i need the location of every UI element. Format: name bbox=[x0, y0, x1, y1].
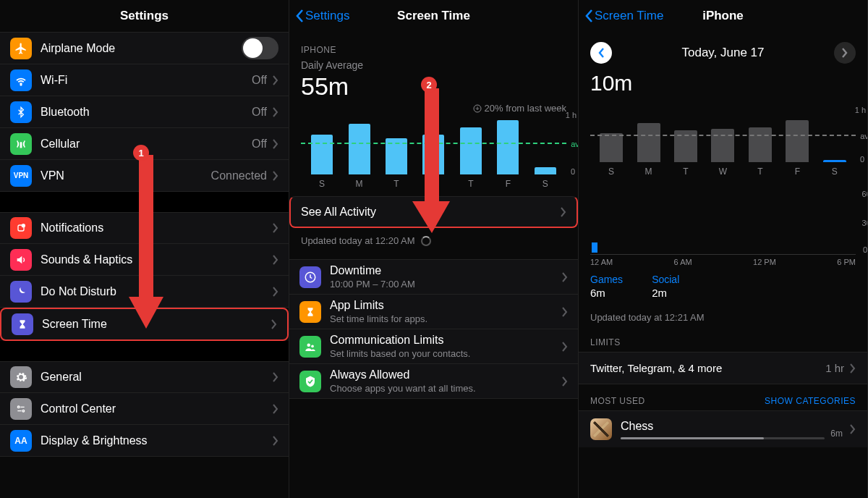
day-label: S bbox=[608, 166, 614, 177]
bluetooth-icon bbox=[10, 101, 32, 123]
avg-line bbox=[590, 135, 856, 136]
row-label: General bbox=[41, 371, 82, 384]
chevron-right-icon bbox=[273, 75, 278, 85]
gear-icon bbox=[10, 366, 32, 388]
back-button[interactable]: Settings bbox=[295, 9, 349, 23]
svg-point-5 bbox=[22, 410, 25, 412]
row-control-center[interactable]: Control Center bbox=[0, 393, 289, 425]
chevron-right-icon bbox=[273, 404, 278, 414]
back-button[interactable]: Screen Time bbox=[584, 9, 663, 23]
row-screen-time[interactable]: Screen Time bbox=[0, 308, 289, 341]
row-label: VPN bbox=[41, 169, 64, 182]
day-label: S bbox=[542, 179, 548, 189]
day-label: F bbox=[795, 166, 800, 177]
axis-0: 0 bbox=[863, 245, 867, 254]
time-label: 6 PM bbox=[837, 258, 856, 266]
header-title: Settings bbox=[120, 9, 169, 23]
limit-label: Twitter, Telegram, & 4 more bbox=[590, 362, 722, 374]
chevron-right-icon bbox=[273, 223, 278, 233]
bar bbox=[823, 160, 846, 162]
chevron-right-icon bbox=[273, 107, 278, 117]
app-name: Chess bbox=[621, 420, 825, 433]
show-categories-link[interactable]: SHOW CATEGORIES bbox=[765, 396, 856, 406]
app-time: 6m bbox=[830, 429, 843, 439]
row-see-all-activity[interactable]: See All Activity bbox=[289, 196, 578, 228]
vpn-icon: VPN bbox=[10, 165, 32, 187]
row-app-chess[interactable]: Chess 6m bbox=[579, 410, 867, 447]
row-label: Screen Time bbox=[42, 318, 107, 331]
avg-label-marker: avg bbox=[860, 132, 868, 140]
bar bbox=[711, 129, 734, 162]
bar-column: F bbox=[779, 120, 815, 177]
time-label: 12 AM bbox=[590, 258, 613, 266]
section-iphone: IPHONE bbox=[289, 32, 578, 59]
row-label: Bluetooth bbox=[41, 106, 90, 119]
row-downtime[interactable]: Downtime 10:00 PM – 7:00 AM bbox=[289, 259, 578, 295]
bar bbox=[786, 120, 809, 162]
airplane-toggle[interactable] bbox=[242, 37, 278, 59]
row-airplane-mode[interactable]: Airplane Mode bbox=[0, 32, 289, 64]
category-social[interactable]: Social 2m bbox=[652, 274, 679, 299]
downtime-icon bbox=[299, 266, 321, 288]
row-label: Wi-Fi bbox=[41, 74, 67, 87]
chevron-right-icon bbox=[273, 255, 278, 265]
row-notifications[interactable]: Notifications bbox=[0, 212, 289, 244]
day-label: S bbox=[319, 179, 325, 189]
category-games[interactable]: Games 6m bbox=[590, 274, 623, 299]
date-label: Today, June 17 bbox=[681, 46, 764, 60]
axis-label: 1 h bbox=[855, 106, 866, 114]
row-dnd[interactable]: Do Not Disturb bbox=[0, 276, 289, 308]
category-name: Social bbox=[652, 274, 679, 285]
axis-60m: 60m bbox=[862, 190, 868, 198]
cellular-icon bbox=[10, 133, 32, 155]
prev-day-button[interactable] bbox=[590, 42, 612, 64]
sounds-icon bbox=[10, 249, 32, 271]
bar-column: M bbox=[630, 123, 666, 177]
row-vpn[interactable]: VPN VPN Connected bbox=[0, 160, 289, 192]
bar bbox=[600, 133, 623, 162]
bar-column: T bbox=[453, 127, 489, 189]
date-nav: Today, June 17 bbox=[579, 32, 867, 69]
row-sublabel: Choose apps you want at all times. bbox=[330, 383, 562, 394]
day-label: S bbox=[832, 166, 838, 177]
header: Screen Time iPhone bbox=[579, 0, 867, 32]
row-wifi[interactable]: Wi-Fi Off bbox=[0, 64, 289, 96]
axis-30m: 30m bbox=[862, 219, 868, 227]
bar-column: S bbox=[593, 133, 629, 177]
row-communication-limits[interactable]: Communication Limits Set limits based on… bbox=[289, 329, 578, 364]
row-display[interactable]: AA Display & Brightness bbox=[0, 425, 289, 457]
row-app-limits[interactable]: App Limits Set time limits for apps. bbox=[289, 295, 578, 329]
bar-column: M bbox=[341, 124, 377, 189]
bar-column: T bbox=[378, 138, 414, 189]
row-bluetooth[interactable]: Bluetooth Off bbox=[0, 96, 289, 128]
row-limit-item[interactable]: Twitter, Telegram, & 4 more 1 hr bbox=[579, 352, 867, 384]
category-value: 6m bbox=[590, 287, 623, 299]
chevron-right-icon bbox=[561, 207, 566, 217]
bar-column: F bbox=[490, 120, 526, 189]
bar bbox=[311, 135, 333, 174]
communication-limits-icon bbox=[299, 336, 321, 358]
row-always-allowed[interactable]: Always Allowed Choose apps you want at a… bbox=[289, 364, 578, 399]
day-label: M bbox=[356, 179, 363, 189]
day-label: T bbox=[468, 179, 473, 189]
day-label: T bbox=[757, 166, 762, 177]
hourglass-icon bbox=[12, 313, 33, 335]
row-general[interactable]: General bbox=[0, 361, 289, 393]
chevron-right-icon bbox=[273, 372, 278, 382]
bar bbox=[637, 123, 660, 162]
chevron-right-icon bbox=[271, 319, 277, 329]
chevron-right-icon bbox=[850, 424, 856, 434]
axis-label-0: 0 bbox=[571, 167, 575, 176]
next-day-button[interactable] bbox=[834, 42, 856, 64]
row-sounds[interactable]: Sounds & Haptics bbox=[0, 244, 289, 276]
row-value: Off bbox=[252, 138, 267, 151]
day-label: T bbox=[393, 179, 399, 189]
svg-point-10 bbox=[307, 343, 311, 347]
row-value: Off bbox=[252, 106, 267, 119]
chevron-right-icon bbox=[562, 272, 568, 282]
category-row: Games 6m Social 2m bbox=[579, 266, 867, 302]
category-value: 2m bbox=[652, 287, 679, 299]
chevron-right-icon bbox=[273, 139, 278, 149]
row-cellular[interactable]: Cellular Off bbox=[0, 128, 289, 160]
row-label: App Limits bbox=[330, 299, 562, 312]
